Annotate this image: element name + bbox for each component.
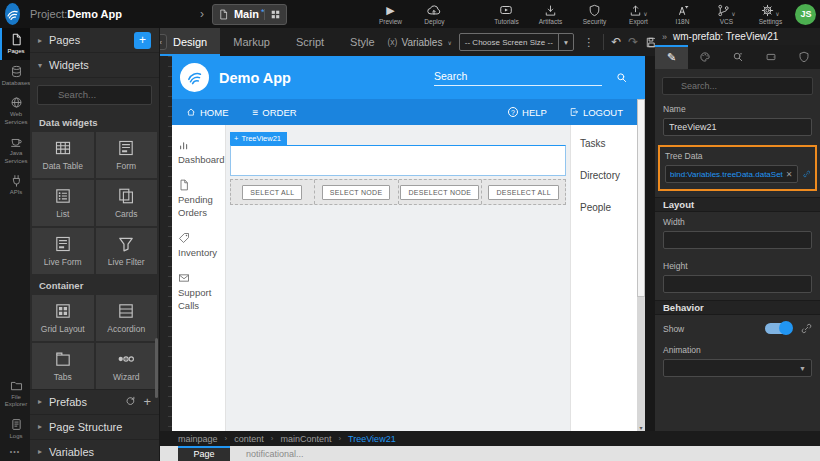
kebab-menu-icon[interactable]: ⋮: [581, 36, 596, 49]
tab-properties[interactable]: ✎: [655, 45, 688, 69]
tab-design[interactable]: Design: [160, 28, 220, 56]
tutorials-button[interactable]: Tutorials: [491, 3, 521, 25]
tab-security[interactable]: [787, 45, 820, 69]
export-button[interactable]: ∨ Export: [623, 4, 653, 25]
app-right-menu: Tasks Directory People: [570, 125, 637, 431]
menu-item-support-calls[interactable]: Support Calls: [172, 266, 225, 319]
deselect-all-button[interactable]: DESELECT ALL: [488, 185, 558, 200]
treeview-widget[interactable]: + TreeView21 SELECT ALL SELECT NODE DESE…: [230, 127, 566, 205]
treeview-drop-area[interactable]: [230, 145, 566, 176]
menu-item-people[interactable]: People: [580, 202, 637, 213]
widget-search-input[interactable]: [37, 85, 152, 105]
widget-tile-cards[interactable]: Cards: [96, 180, 158, 226]
vcs-button[interactable]: ∨ VCS: [711, 4, 741, 25]
widget-tile-list[interactable]: List: [32, 180, 94, 226]
preview-button[interactable]: ▶ Preview: [375, 4, 405, 25]
widget-tile-grid-layout[interactable]: Grid Layout: [32, 295, 94, 341]
widget-tile-wizard[interactable]: Wizard: [96, 343, 158, 389]
search-icon[interactable]: [616, 72, 627, 83]
tab-device[interactable]: [754, 45, 787, 69]
menu-item-inventory[interactable]: Inventory: [172, 226, 225, 266]
widgets-sidebar: ▸ Pages + ▾ Widgets Data widgets Data Ta…: [30, 28, 160, 461]
scrollbar-thumb[interactable]: [637, 99, 645, 297]
menu-item-directory[interactable]: Directory: [580, 170, 637, 181]
breadcrumb-item[interactable]: mainpage: [178, 434, 218, 444]
settings-button[interactable]: ∨ Settings: [755, 4, 785, 25]
export-icon: [629, 4, 642, 17]
breadcrumb-item[interactable]: content: [234, 434, 264, 444]
screen-size-select[interactable]: -- Choose Screen Size -- ▼: [459, 33, 574, 51]
widget-tile-live-form[interactable]: Live Form: [32, 228, 94, 274]
sidebar-section-page-structure[interactable]: ▸ Page Structure: [30, 415, 159, 440]
add-prefab-button[interactable]: +: [143, 394, 151, 409]
rail-item-web-services[interactable]: Web Services: [0, 91, 30, 130]
width-input[interactable]: [663, 231, 812, 249]
height-input[interactable]: [663, 275, 812, 293]
status-tab-page[interactable]: Page: [178, 446, 230, 461]
rail-item-file-explorer[interactable]: File Explorer: [0, 374, 30, 413]
name-input[interactable]: [663, 118, 812, 136]
menu-item-dashboard[interactable]: Dashboard: [172, 133, 225, 173]
section-layout[interactable]: Layout: [655, 197, 820, 212]
rail-item-logs[interactable]: Logs: [0, 413, 30, 445]
tab-script[interactable]: Script: [283, 28, 337, 56]
nav-home[interactable]: HOME: [186, 107, 229, 118]
tree-data-input[interactable]: bind:Variables.treeData.dataSet ✕: [665, 165, 798, 183]
tab-markup[interactable]: Markup: [220, 28, 283, 56]
tab-style[interactable]: Style: [337, 28, 387, 56]
variables-icon: (x): [388, 37, 398, 47]
page-selector[interactable]: Main *: [212, 4, 288, 25]
rail-overflow-icon[interactable]: •••: [0, 444, 30, 461]
widget-selection-tag[interactable]: + TreeView21: [230, 132, 287, 145]
sidebar-section-pages[interactable]: ▸ Pages +: [30, 28, 159, 53]
section-behavior[interactable]: Behavior: [655, 300, 820, 315]
widget-tile-form[interactable]: Form: [96, 132, 158, 178]
wavemaker-logo-icon[interactable]: [5, 3, 20, 25]
undo-button[interactable]: ↶: [611, 35, 621, 49]
animation-select[interactable]: ▼: [663, 359, 812, 377]
tab-events[interactable]: [721, 45, 754, 69]
bind-link-icon[interactable]: [803, 168, 810, 180]
sidebar-section-variables[interactable]: ▸ Variables: [30, 440, 159, 461]
nav-help[interactable]: ? HELP: [508, 107, 547, 118]
widget-tile-live-filter[interactable]: Live Filter: [96, 228, 158, 274]
clear-binding-icon[interactable]: ✕: [786, 170, 793, 179]
scroll-down-icon[interactable]: ▾: [637, 424, 645, 431]
breadcrumb-current[interactable]: TreeView21: [348, 434, 396, 444]
show-toggle[interactable]: [765, 323, 792, 334]
menu-item-pending-orders[interactable]: Pending Orders: [172, 173, 225, 226]
widget-tile-data-table[interactable]: Data Table: [32, 132, 94, 178]
bind-link-icon[interactable]: [801, 323, 812, 334]
sidebar-section-widgets[interactable]: ▾ Widgets: [30, 53, 159, 78]
canvas-scrollbar[interactable]: ▾: [637, 99, 645, 431]
expand-panel-icon[interactable]: »: [662, 32, 667, 42]
menu-item-tasks[interactable]: Tasks: [580, 138, 637, 149]
sidebar-scrollbar[interactable]: [155, 338, 158, 398]
variables-menu[interactable]: (x) Variables ∨: [388, 37, 452, 48]
rail-item-pages[interactable]: Pages: [0, 28, 30, 60]
app-search-input[interactable]: Search: [434, 70, 602, 86]
rail-item-java-services[interactable]: Java Services: [0, 130, 30, 169]
add-page-button[interactable]: +: [134, 32, 151, 49]
rail-item-databases[interactable]: Databases: [0, 60, 30, 92]
i18n-button[interactable]: I18N: [667, 4, 697, 25]
page-grid-icon[interactable]: [264, 9, 281, 20]
widget-tile-accordion[interactable]: Accordion: [96, 295, 158, 341]
artifacts-button[interactable]: Artifacts: [535, 4, 565, 25]
nav-logout[interactable]: LOGOUT: [569, 107, 623, 118]
properties-search-input[interactable]: [662, 77, 813, 95]
redo-button[interactable]: ↷: [628, 35, 638, 49]
select-all-button[interactable]: SELECT ALL: [242, 185, 302, 200]
select-node-button[interactable]: SELECT NODE: [322, 185, 391, 200]
deploy-button[interactable]: Deploy: [419, 3, 449, 25]
deselect-node-button[interactable]: DESELECT NODE: [400, 185, 479, 200]
sidebar-section-prefabs[interactable]: ▸ Prefabs +: [30, 390, 159, 415]
rail-item-apis[interactable]: APIs: [0, 169, 30, 201]
nav-order[interactable]: ≡ ORDER: [253, 107, 297, 118]
tab-styles[interactable]: [688, 45, 721, 69]
widget-tile-tabs[interactable]: Tabs: [32, 343, 94, 389]
user-avatar[interactable]: JS: [795, 4, 816, 25]
refresh-icon[interactable]: [125, 396, 136, 407]
breadcrumb-item[interactable]: mainContent: [280, 434, 331, 444]
security-button[interactable]: Security: [579, 4, 609, 25]
